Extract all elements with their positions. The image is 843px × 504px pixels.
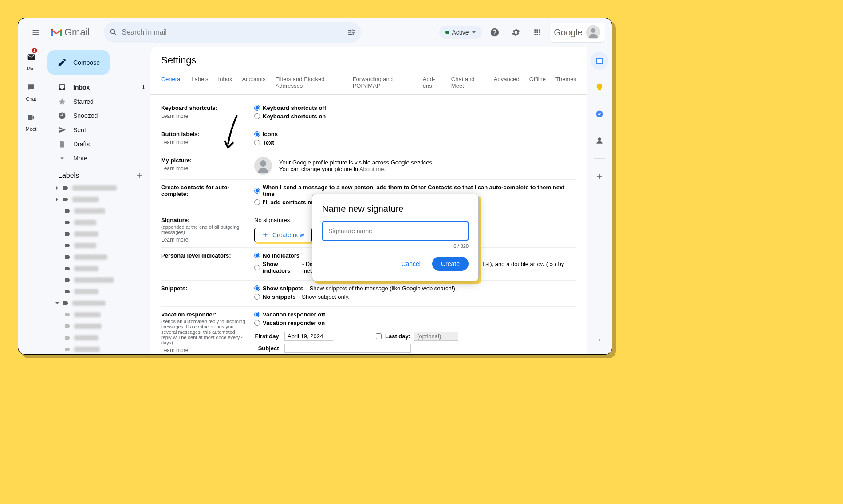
label-item[interactable]	[47, 344, 150, 354]
radio-icons[interactable]	[254, 131, 260, 137]
collapse-panel[interactable]	[591, 331, 608, 349]
tab-addons[interactable]: Add-ons	[423, 71, 441, 94]
radio-shortcuts-off[interactable]	[254, 105, 260, 111]
label-item[interactable]	[47, 228, 150, 240]
label-item[interactable]	[47, 194, 150, 205]
settings-tabs: General Labels Inbox Accounts Filters an…	[150, 71, 587, 95]
create-button[interactable]: Create	[432, 257, 469, 271]
google-account[interactable]: Google	[550, 23, 605, 42]
nav-inbox[interactable]: Inbox1	[47, 80, 150, 94]
subject-input[interactable]	[284, 344, 411, 353]
chevron-down-icon	[472, 30, 476, 35]
label-item[interactable]	[47, 274, 150, 286]
plus-icon	[595, 172, 604, 181]
radio-text[interactable]	[254, 140, 260, 145]
learn-more-link[interactable]: Learn more	[161, 139, 245, 145]
label-item[interactable]	[47, 286, 150, 297]
label-item[interactable]	[47, 297, 150, 309]
tab-general[interactable]: General	[161, 71, 181, 94]
radio-autocontact[interactable]	[254, 188, 260, 194]
cancel-button[interactable]: Cancel	[394, 257, 428, 271]
apps-button[interactable]	[528, 23, 546, 41]
radio-vacation-off[interactable]	[254, 312, 260, 317]
learn-more-link[interactable]: Learn more	[161, 347, 245, 353]
apps-icon	[533, 28, 542, 37]
signature-name-input[interactable]	[322, 221, 469, 241]
profile-avatar	[254, 157, 272, 175]
setting-snippets: Snippets: Show snippets - Show snippets …	[161, 281, 576, 307]
search-input[interactable]	[118, 28, 347, 36]
radio-vacation-on[interactable]	[254, 320, 260, 326]
learn-more-link[interactable]: Learn more	[161, 237, 245, 243]
nav-sent[interactable]: Sent	[47, 123, 150, 137]
label-item[interactable]	[47, 320, 150, 332]
modal-title: Name new signature	[322, 204, 469, 214]
radio-no-snippets[interactable]	[254, 294, 260, 300]
label-item[interactable]	[47, 205, 150, 217]
settings-button[interactable]	[507, 23, 525, 41]
rail-meet[interactable]: Meet	[24, 110, 38, 132]
nav-snoozed[interactable]: Snoozed	[47, 109, 150, 123]
label-item[interactable]	[47, 217, 150, 228]
tab-labels[interactable]: Labels	[191, 71, 208, 94]
label-item[interactable]	[47, 182, 150, 194]
first-day-input[interactable]	[284, 332, 333, 341]
rail-chat[interactable]: Chat	[24, 80, 38, 102]
status-pill[interactable]: Active	[439, 26, 482, 39]
keep-icon	[595, 83, 604, 92]
keep-addon[interactable]	[591, 78, 608, 96]
radio-show-indicators[interactable]	[254, 265, 260, 270]
tab-accounts[interactable]: Accounts	[242, 71, 265, 94]
inbox-icon	[58, 83, 66, 91]
tab-filters[interactable]: Filters and Blocked Addresses	[276, 71, 343, 94]
about-me-link[interactable]: About me	[359, 166, 384, 172]
radio-show-snippets[interactable]	[254, 285, 260, 291]
get-addons[interactable]	[591, 168, 608, 185]
label-item[interactable]	[47, 251, 150, 263]
setting-keyboard: Keyboard shortcuts:Learn more Keyboard s…	[161, 100, 576, 126]
support-button[interactable]	[486, 23, 504, 41]
plus-icon[interactable]	[135, 172, 143, 180]
learn-more-link[interactable]: Learn more	[161, 113, 245, 119]
svg-rect-8	[597, 59, 602, 63]
radio-shortcuts-on[interactable]	[254, 113, 260, 119]
rail-mail[interactable]: 1 Mail	[24, 50, 38, 71]
nav-drafts[interactable]: Drafts	[47, 137, 150, 151]
nav-starred[interactable]: Starred	[47, 94, 150, 109]
status-label: Active	[452, 29, 469, 36]
label-item[interactable]	[47, 332, 150, 344]
compose-button[interactable]: Compose	[47, 50, 110, 75]
chevron-right-icon	[596, 336, 603, 344]
tasks-addon[interactable]	[591, 105, 608, 123]
radio-no-indicators[interactable]	[254, 253, 260, 258]
label-item[interactable]	[47, 240, 150, 251]
tab-offline[interactable]: Offline	[529, 71, 546, 94]
plus-icon	[262, 231, 269, 238]
nav-more[interactable]: More	[47, 151, 150, 165]
tune-icon[interactable]	[347, 28, 356, 37]
label-item[interactable]	[47, 263, 150, 274]
tab-forwarding[interactable]: Forwarding and POP/IMAP	[353, 71, 413, 94]
setting-button-labels: Button labels:Learn more Icons Text	[161, 126, 576, 152]
main-menu-button[interactable]	[25, 22, 47, 43]
learn-more-link[interactable]: Learn more	[161, 165, 245, 172]
last-day-checkbox[interactable]	[376, 333, 382, 339]
create-signature-button[interactable]: Create new	[254, 228, 312, 242]
radio-manualcontact[interactable]	[254, 199, 260, 205]
gmail-logo[interactable]: Gmail	[50, 27, 90, 38]
calendar-addon[interactable]	[591, 52, 608, 70]
contacts-addon[interactable]	[591, 132, 608, 149]
label-item[interactable]	[47, 309, 150, 320]
search-bar[interactable]	[104, 22, 361, 43]
svg-point-10	[598, 137, 601, 141]
tab-advanced[interactable]: Advanced	[494, 71, 520, 94]
hamburger-icon	[32, 28, 40, 37]
tab-chat-meet[interactable]: Chat and Meet	[451, 71, 484, 94]
meet-icon	[27, 113, 35, 122]
left-rail: 1 Mail Chat Meet	[18, 47, 44, 354]
tab-themes[interactable]: Themes	[555, 71, 576, 94]
draft-icon	[58, 140, 66, 148]
last-day-input[interactable]	[414, 332, 458, 341]
labels-list	[47, 182, 150, 354]
tab-inbox[interactable]: Inbox	[218, 71, 232, 94]
